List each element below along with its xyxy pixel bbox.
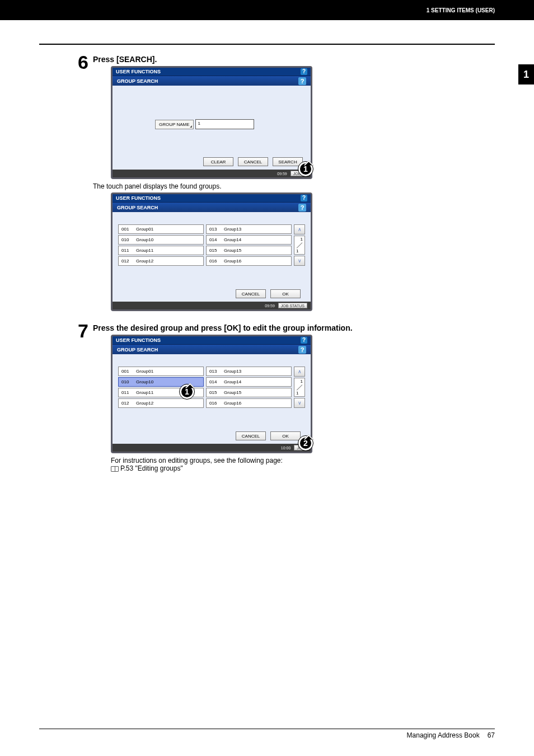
- panel-titlebar: USER FUNCTIONS ?: [113, 194, 311, 202]
- group-name: Group11: [136, 248, 153, 253]
- scroll-up-button[interactable]: ∧: [294, 367, 305, 377]
- cancel-button[interactable]: CANCEL: [236, 289, 266, 298]
- help-icon[interactable]: ?: [298, 346, 306, 354]
- panel-title: USER FUNCTIONS: [116, 195, 161, 201]
- panel-title: USER FUNCTIONS: [116, 337, 161, 343]
- panel-subbar: GROUP SEARCH ?: [113, 344, 311, 354]
- group-name-button[interactable]: GROUP NAME: [155, 120, 194, 129]
- group-list-item[interactable]: 016Group16: [206, 256, 292, 266]
- help-icon[interactable]: ?: [301, 68, 307, 75]
- job-status-button[interactable]: JOB STATUS: [278, 303, 307, 308]
- group-id: 010: [121, 237, 133, 242]
- step6-note: The touch panel displays the found group…: [93, 182, 495, 190]
- subbar-title: GROUP SEARCH: [117, 78, 158, 84]
- group-name: Group15: [224, 390, 241, 395]
- group-name: Group11: [136, 390, 153, 395]
- group-name: Group01: [136, 227, 153, 232]
- reference-intro: For instructions on editing groups, see …: [111, 457, 495, 464]
- group-list-item[interactable]: 010Group10: [118, 235, 204, 245]
- group-name: Group13: [224, 369, 241, 374]
- footer-title: Managing Address Book: [407, 731, 480, 739]
- group-id: 016: [209, 401, 221, 406]
- group-list-item[interactable]: 011Group11: [118, 246, 204, 255]
- group-name-input[interactable]: 1: [195, 119, 254, 129]
- subbar-title: GROUP SEARCH: [117, 347, 158, 353]
- group-name: Group14: [224, 237, 241, 242]
- group-name: Group16: [224, 401, 241, 406]
- help-icon[interactable]: ?: [298, 77, 306, 85]
- ok-button[interactable]: OK: [270, 289, 301, 298]
- group-id: 013: [209, 227, 221, 232]
- group-id: 012: [121, 259, 133, 264]
- panel-footer: 09:59 JOB S: [113, 170, 311, 177]
- panel-group-search-results: USER FUNCTIONS ? GROUP SEARCH ? 001Group…: [111, 192, 312, 311]
- search-button[interactable]: SEARCH: [273, 157, 303, 166]
- group-list-item[interactable]: 014Group14: [206, 235, 292, 245]
- group-list-item[interactable]: 014Group14: [206, 377, 292, 387]
- help-icon[interactable]: ?: [301, 195, 307, 201]
- group-list-item[interactable]: 013Group13: [206, 367, 292, 376]
- group-id: 011: [121, 390, 133, 395]
- scroll-up-button[interactable]: ∧: [294, 224, 305, 234]
- panel-subbar: GROUP SEARCH ?: [113, 202, 311, 212]
- panel-subbar: GROUP SEARCH ?: [113, 76, 311, 86]
- group-id: 010: [121, 379, 133, 384]
- panel-group-search-input: USER FUNCTIONS ? GROUP SEARCH ? GROUP NA…: [111, 66, 312, 179]
- panel-titlebar: USER FUNCTIONS ?: [113, 68, 311, 76]
- panel-titlebar: USER FUNCTIONS ?: [113, 336, 311, 344]
- group-id: 001: [121, 369, 133, 374]
- group-id: 014: [209, 237, 221, 242]
- group-id: 011: [121, 248, 133, 253]
- group-name: Group13: [224, 227, 241, 232]
- group-id: 001: [121, 227, 133, 232]
- group-name: Group15: [224, 248, 241, 253]
- step-number-7: 7: [67, 321, 88, 340]
- page-indicator: 1 1: [294, 378, 305, 397]
- group-name: Group16: [224, 259, 241, 264]
- subbar-title: GROUP SEARCH: [117, 205, 158, 210]
- scroll-down-button[interactable]: ∨: [294, 256, 305, 266]
- group-list-item[interactable]: 001Group01: [118, 367, 204, 376]
- group-list-item[interactable]: 001Group01: [118, 224, 204, 234]
- group-id: 016: [209, 259, 221, 264]
- panel-footer: 09:59 JOB STATUS: [113, 302, 311, 309]
- panel-title: USER FUNCTIONS: [116, 69, 161, 74]
- scroll-down-button[interactable]: ∨: [294, 398, 305, 408]
- cancel-button[interactable]: CANCEL: [236, 431, 266, 440]
- group-list-item[interactable]: 015Group15: [206, 388, 292, 397]
- reference-link[interactable]: P.53 "Editing groups": [111, 464, 495, 472]
- page-indicator: 1 1: [294, 236, 305, 255]
- clear-button[interactable]: CLEAR: [203, 157, 233, 166]
- callout-1: 1: [180, 384, 194, 399]
- group-list-item[interactable]: 012Group12: [118, 256, 204, 266]
- group-name: Group10: [136, 237, 153, 242]
- group-id: 012: [121, 401, 133, 406]
- step7-title: Press the desired group and press [OK] t…: [93, 323, 495, 332]
- page-header: 1 SETTING ITEMS (USER): [0, 0, 534, 20]
- footer-page: 67: [488, 731, 495, 739]
- group-name: Group12: [136, 259, 153, 264]
- page-footer: Managing Address Book 67: [39, 729, 495, 739]
- footer-time: 10:00: [281, 446, 291, 450]
- callout-2: 2: [298, 436, 313, 450]
- cancel-button[interactable]: CANCEL: [238, 157, 268, 166]
- group-name: Group14: [224, 379, 241, 384]
- group-list-item[interactable]: 016Group16: [206, 398, 292, 408]
- group-id: 013: [209, 369, 221, 374]
- group-list-item[interactable]: 015Group15: [206, 246, 292, 255]
- group-name: Group12: [136, 401, 153, 406]
- group-id: 015: [209, 390, 221, 395]
- group-name: Group01: [136, 369, 153, 374]
- group-id: 014: [209, 379, 221, 384]
- footer-time: 09:59: [265, 304, 275, 308]
- step-number-6: 6: [67, 53, 88, 72]
- panel-group-search-select: USER FUNCTIONS ? GROUP SEARCH ? 001Group…: [111, 335, 312, 453]
- help-icon[interactable]: ?: [301, 337, 307, 344]
- ok-button[interactable]: OK: [270, 431, 301, 440]
- group-list-item[interactable]: 012Group12: [118, 398, 204, 408]
- help-icon[interactable]: ?: [298, 204, 306, 212]
- book-icon: [111, 466, 119, 472]
- footer-time: 09:59: [277, 172, 287, 176]
- group-list-item[interactable]: 013Group13: [206, 224, 292, 234]
- header-section: 1 SETTING ITEMS (USER): [427, 7, 495, 13]
